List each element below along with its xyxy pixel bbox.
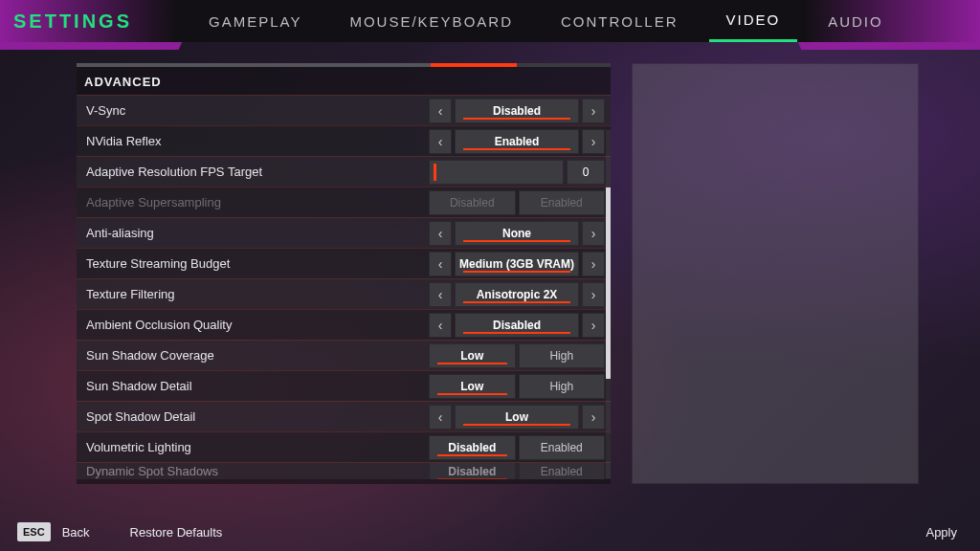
row-sun-detail: Sun Shadow Detail Low High [77,370,611,401]
preview-panel [632,63,919,484]
tex-budget-prev[interactable]: ‹ [429,252,452,276]
tab-mouse-keyboard[interactable]: MOUSE/KEYBOARD [332,0,530,42]
panel-progress-bar [77,63,611,67]
label-ao: Ambient Occlusion Quality [86,318,429,332]
reflex-next[interactable]: › [582,129,605,154]
spot-shadow-value-text: Low [505,410,528,424]
row-vol-light: Volumetric Lighting Disabled Enabled [77,431,611,462]
top-bar: SETTINGS GAMEPLAY MOUSE/KEYBOARD CONTROL… [0,0,980,42]
label-vsync: V-Sync [86,103,429,118]
row-sun-coverage: Sun Shadow Coverage Low High [77,340,611,370]
ao-next[interactable]: › [582,313,605,338]
aa-prev[interactable]: ‹ [429,221,452,246]
label-tex-budget: Texture Streaming Budget [86,256,429,271]
vsync-prev[interactable]: ‹ [429,99,452,123]
adaptive-ss-enabled: Enabled [519,190,606,215]
reflex-prev[interactable]: ‹ [429,129,452,154]
tex-filter-value-text: Anisotropic 2X [477,288,558,301]
ao-prev[interactable]: ‹ [429,313,452,338]
row-adaptive-fps: Adaptive Resolution FPS Target 0 [77,156,611,187]
row-aa: Anti-aliasing ‹ None › [77,217,611,248]
aa-value[interactable]: None [455,221,579,246]
row-tex-budget: Texture Streaming Budget ‹ Medium (3GB V… [77,248,611,278]
label-spot-shadow: Spot Shadow Detail [86,409,429,424]
sun-coverage-low[interactable]: Low [429,343,516,368]
back-button[interactable]: Back [56,521,96,543]
ao-value-text: Disabled [493,319,541,332]
vsync-next[interactable]: › [582,99,605,123]
label-sun-detail: Sun Shadow Detail [86,379,429,393]
label-tex-filter: Texture Filtering [86,287,429,301]
adaptive-fps-value: 0 [567,160,605,185]
tex-budget-next[interactable]: › [582,252,605,276]
aa-value-text: None [502,227,531,240]
settings-panel: ADVANCED V-Sync ‹ Disabled › NVidia Refl… [77,63,611,484]
tex-filter-value[interactable]: Anisotropic 2X [455,282,579,307]
dyn-spot-disabled[interactable]: Disabled [429,462,516,479]
vol-light-disabled[interactable]: Disabled [429,435,516,460]
label-adaptive-ss: Adaptive Supersampling [86,195,429,209]
restore-defaults-button[interactable]: Restore Defaults [124,521,229,543]
tab-audio[interactable]: AUDIO [811,0,901,42]
row-adaptive-ss: Adaptive Supersampling Disabled Enabled [77,187,611,217]
row-ao: Ambient Occlusion Quality ‹ Disabled › [77,309,611,340]
spot-shadow-prev[interactable]: ‹ [429,405,452,430]
vsync-value-text: Disabled [493,104,541,118]
tex-budget-value[interactable]: Medium (3GB VRAM) [455,252,579,276]
row-dyn-spot: Dynamic Spot Shadows Disabled Enabled [77,462,611,479]
tex-filter-prev[interactable]: ‹ [429,282,452,307]
vsync-value[interactable]: Disabled [455,99,579,123]
top-bar-inner: SETTINGS GAMEPLAY MOUSE/KEYBOARD CONTROL… [0,0,980,42]
settings-rows: V-Sync ‹ Disabled › NVidia Reflex ‹ Enab… [77,95,611,479]
section-header-advanced: ADVANCED [77,69,611,95]
dyn-spot-enabled[interactable]: Enabled [519,462,606,479]
row-spot-shadow: Spot Shadow Detail ‹ Low › [77,401,611,431]
label-aa: Anti-aliasing [86,226,429,240]
page-title: SETTINGS [0,0,153,42]
label-sun-coverage: Sun Shadow Coverage [86,348,429,363]
adaptive-ss-disabled: Disabled [429,190,516,215]
footer: ESC Back Restore Defaults Apply [0,513,980,551]
tab-gameplay[interactable]: GAMEPLAY [191,0,319,42]
spot-shadow-value[interactable]: Low [455,405,579,430]
spot-shadow-next[interactable]: › [582,405,605,430]
main-area: ADVANCED V-Sync ‹ Disabled › NVidia Refl… [0,42,980,513]
label-dyn-spot: Dynamic Spot Shadows [86,464,429,478]
apply-button[interactable]: Apply [920,521,963,543]
reflex-value[interactable]: Enabled [455,129,579,154]
vol-light-enabled[interactable]: Enabled [519,435,606,460]
slider-knob-icon [434,164,436,181]
panel-accent [431,63,517,67]
sun-coverage-high[interactable]: High [519,343,606,368]
ao-value[interactable]: Disabled [455,313,579,338]
aa-next[interactable]: › [582,221,605,246]
row-vsync: V-Sync ‹ Disabled › [77,95,611,125]
scrollbar[interactable] [606,130,611,478]
row-reflex: NVidia Reflex ‹ Enabled › [77,125,611,156]
adaptive-fps-slider[interactable] [429,160,564,185]
label-vol-light: Volumetric Lighting [86,440,429,454]
sun-detail-low[interactable]: Low [429,374,516,399]
tab-controller[interactable]: CONTROLLER [544,0,696,42]
tabs: GAMEPLAY MOUSE/KEYBOARD CONTROLLER VIDEO… [191,0,901,42]
tex-budget-value-text: Medium (3GB VRAM) [459,257,574,271]
label-reflex: NVidia Reflex [86,134,429,148]
sun-detail-high[interactable]: High [519,374,606,399]
scrollbar-thumb[interactable] [606,187,611,379]
esc-key-icon: ESC [17,522,51,541]
tex-filter-next[interactable]: › [582,282,605,307]
tab-video[interactable]: VIDEO [709,0,798,42]
row-tex-filter: Texture Filtering ‹ Anisotropic 2X › [77,278,611,309]
label-adaptive-fps: Adaptive Resolution FPS Target [86,165,429,179]
reflex-value-text: Enabled [495,135,540,148]
